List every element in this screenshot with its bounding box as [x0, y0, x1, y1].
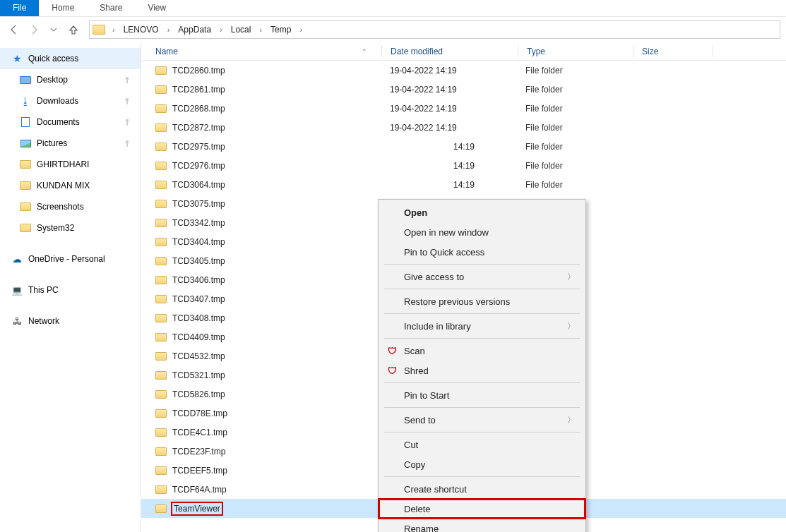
context-menu-create-shortcut[interactable]: Create shortcut [379, 479, 585, 499]
sidebar-item-onedrive[interactable]: ☁ OneDrive - Personal [0, 248, 141, 270]
file-name: TCD5826.tmp [172, 389, 225, 399]
file-row[interactable]: TCD2975.tmp14:19File folder [141, 137, 786, 156]
ribbon-tab-file[interactable]: File [0, 0, 39, 16]
folder-icon [20, 202, 31, 211]
sidebar-label: Quick access [28, 54, 78, 64]
context-menu-give-access-to[interactable]: Give access to 〉 [379, 267, 585, 286]
context-menu-label: Include in library [404, 321, 471, 332]
sidebar-label: KUNDAN MIX [37, 181, 90, 191]
context-menu-pin-start[interactable]: Pin to Start [379, 385, 585, 405]
context-menu-cut[interactable]: Cut [379, 435, 585, 454]
folder-icon [155, 181, 167, 189]
breadcrumb[interactable]: › LENOVO › AppData › Local › Temp › [89, 20, 780, 39]
file-name: TCD2868.tmp [172, 104, 225, 114]
sidebar-label: Documents [37, 117, 80, 127]
context-menu-delete[interactable]: Delete [379, 499, 585, 519]
pictures-icon [20, 140, 31, 147]
chevron-right-icon[interactable]: › [163, 25, 174, 34]
sidebar-item-pictures[interactable]: Pictures [0, 133, 141, 154]
file-name: TCD2975.tmp [172, 142, 225, 152]
sidebar-item-folder[interactable]: KUNDAN MIX [0, 175, 141, 196]
mcafee-shield-icon: 🛡 [386, 364, 398, 377]
file-row[interactable]: TCD3064.tmp14:19File folder [141, 175, 786, 194]
breadcrumb-item[interactable]: Temp [268, 23, 294, 36]
sidebar-item-thispc[interactable]: 💻 This PC [0, 279, 141, 301]
sidebar-item-downloads[interactable]: ⭳ Downloads [0, 90, 141, 111]
file-row[interactable]: TCD2872.tmp19-04-2022 14:19File folder [141, 118, 786, 137]
chevron-right-icon[interactable]: › [255, 25, 266, 34]
column-header-type[interactable]: Type [527, 47, 633, 56]
file-name: TCD3064.tmp [172, 180, 225, 190]
chevron-right-icon: 〉 [567, 271, 576, 283]
file-name: TeamViewer [172, 503, 222, 514]
separator [384, 338, 580, 339]
sidebar-quick-access[interactable]: ★ Quick access [0, 48, 141, 69]
breadcrumb-item[interactable]: Local [228, 23, 254, 36]
file-row[interactable]: TCD2868.tmp19-04-2022 14:19File folder [141, 99, 786, 118]
column-header-name[interactable]: Name ⌃ [155, 47, 381, 56]
context-menu-send-to[interactable]: Send to 〉 [379, 410, 585, 430]
context-menu-pin-quick-access[interactable]: Pin to Quick access [379, 242, 585, 262]
context-menu-copy[interactable]: Copy [379, 454, 585, 474]
column-header-date[interactable]: Date modified [391, 47, 518, 56]
file-type: File folder [525, 123, 631, 133]
nav-back-button[interactable] [6, 21, 23, 38]
file-type: File folder [525, 142, 631, 152]
separator [384, 476, 580, 477]
sidebar-item-folder[interactable]: Screenshots [0, 196, 141, 217]
nav-up-button[interactable] [65, 21, 82, 38]
file-list: Name ⌃ Date modified Type Size TCD2860.t… [141, 42, 786, 532]
ribbon: File Home Share View [0, 0, 786, 17]
sidebar-label: Screenshots [37, 202, 84, 212]
context-menu-scan[interactable]: 🛡 Scan [379, 341, 585, 361]
column-header-size[interactable]: Size [642, 47, 713, 56]
context-menu-label: Give access to [404, 272, 464, 282]
file-name: TCD2976.tmp [172, 161, 225, 171]
ribbon-tab-view[interactable]: View [135, 0, 179, 16]
separator [384, 264, 580, 265]
breadcrumb-item[interactable]: LENOVO [121, 23, 162, 36]
breadcrumb-item[interactable]: AppData [175, 23, 214, 36]
folder-icon [155, 447, 167, 456]
sidebar-label: System32 [37, 223, 74, 233]
sidebar-label: Network [28, 316, 59, 326]
file-name: TCDEEF5.tmp [172, 466, 227, 476]
column-label: Name [155, 47, 178, 56]
ribbon-tab-share[interactable]: Share [87, 0, 135, 16]
file-type: File folder [525, 104, 631, 114]
sort-ascending-icon: ⌃ [362, 48, 367, 55]
context-menu-shred[interactable]: 🛡 Shred [379, 361, 585, 380]
folder-icon [155, 485, 167, 494]
file-name: TCD3408.tmp [172, 313, 225, 323]
file-date: 19-04-2022 14:19 [390, 104, 517, 114]
file-row[interactable]: TCD2861.tmp19-04-2022 14:19File folder [141, 80, 786, 99]
context-menu-include-in-library[interactable]: Include in library 〉 [379, 316, 585, 336]
chevron-right-icon[interactable]: › [215, 25, 227, 34]
chevron-right-icon[interactable]: › [108, 25, 119, 34]
context-menu-open-new-window[interactable]: Open in new window [379, 222, 585, 242]
quick-access-icon: ★ [11, 53, 23, 64]
folder-icon [155, 123, 167, 132]
context-menu-open[interactable]: Open [379, 202, 585, 222]
sidebar-item-desktop[interactable]: Desktop [0, 69, 141, 90]
desktop-icon [20, 76, 31, 84]
context-menu-label: Shred [404, 365, 429, 376]
file-name: TCD2872.tmp [172, 123, 225, 133]
file-name: TCD2860.tmp [172, 66, 225, 75]
file-row[interactable]: TCD2860.tmp19-04-2022 14:19File folder [141, 61, 786, 80]
sidebar-item-documents[interactable]: Documents [0, 111, 141, 133]
sidebar-item-network[interactable]: 🖧 Network [0, 310, 141, 332]
sidebar-item-folder[interactable]: System32 [0, 217, 141, 238]
file-name: TCDF64A.tmp [172, 485, 227, 495]
file-row[interactable]: TCD2976.tmp14:19File folder [141, 156, 786, 175]
context-menu-rename[interactable]: Rename [379, 519, 585, 532]
sidebar-item-folder[interactable]: GHIRTDHARI [0, 154, 141, 175]
ribbon-tab-home[interactable]: Home [39, 0, 87, 16]
file-name: TCD3405.tmp [172, 256, 225, 266]
sidebar-label: Desktop [37, 75, 68, 85]
file-date: 19-04-2022 14:19 [390, 123, 517, 133]
nav-recent-dropdown[interactable] [45, 21, 62, 38]
nav-forward-button[interactable] [25, 21, 42, 38]
chevron-right-icon[interactable]: › [295, 25, 306, 34]
context-menu-restore-previous[interactable]: Restore previous versions [379, 291, 585, 311]
